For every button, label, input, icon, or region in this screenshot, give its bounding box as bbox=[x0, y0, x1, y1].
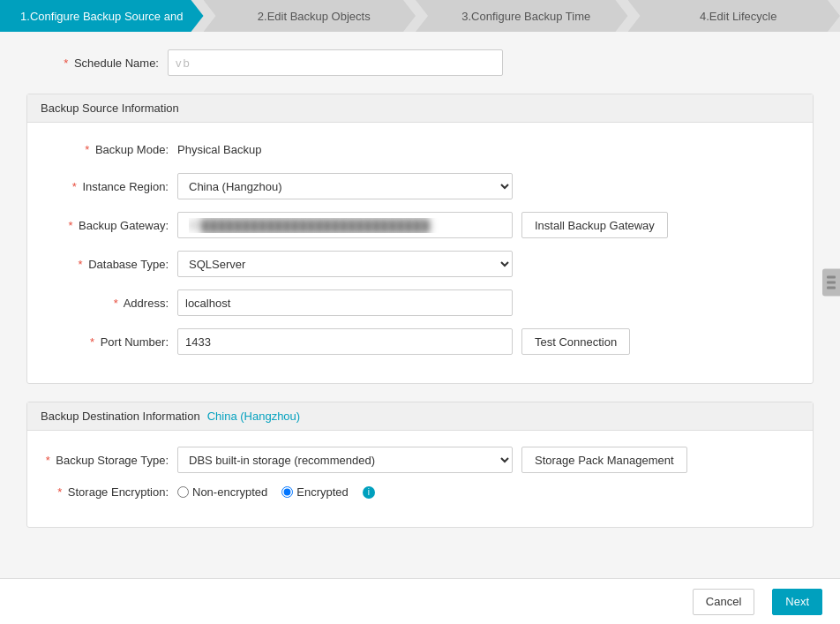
step1-label: 1.Configure Backup Source and bbox=[20, 10, 183, 23]
side-feedback-icon[interactable] bbox=[822, 269, 840, 297]
backup-destination-header: Backup Destination Information China (Ha… bbox=[27, 402, 813, 431]
step3-label: 3.Configure Backup Time bbox=[461, 10, 590, 23]
storage-encryption-options: Non-encrypted Encrypted i bbox=[177, 485, 375, 499]
non-encrypted-radio[interactable] bbox=[177, 486, 189, 498]
backup-gateway-label: * Backup Gateway: bbox=[36, 219, 177, 232]
backup-destination-body: * Backup Storage Type: DBS built-in stor… bbox=[27, 431, 813, 527]
schedule-name-row: * Schedule Name: bbox=[26, 49, 814, 76]
database-type-select[interactable]: SQLServer MySQL Oracle bbox=[177, 251, 513, 277]
database-type-label: * Database Type: bbox=[36, 258, 177, 271]
backup-mode-label: * Backup Mode: bbox=[36, 143, 177, 156]
next-button[interactable]: Next bbox=[772, 589, 822, 615]
instance-region-row: * Instance Region: China (Hangzhou) Chin… bbox=[36, 173, 804, 199]
main-content: * Schedule Name: Backup Source Informati… bbox=[0, 32, 840, 578]
address-label: * Address: bbox=[36, 297, 177, 310]
step2-label: 2.Edit Backup Objects bbox=[258, 10, 371, 23]
port-number-row: * Port Number: Test Connection bbox=[36, 328, 804, 355]
test-connection-button[interactable]: Test Connection bbox=[521, 328, 630, 355]
schedule-name-label: * Schedule Name: bbox=[26, 56, 168, 70]
cancel-button[interactable]: Cancel bbox=[693, 589, 754, 615]
side-icon-dot2 bbox=[827, 282, 836, 284]
schedule-name-input[interactable] bbox=[168, 49, 503, 76]
wizard-step-3[interactable]: 3.Configure Backup Time bbox=[416, 0, 628, 32]
wizard-steps: 1.Configure Backup Source and 2.Edit Bac… bbox=[0, 0, 840, 32]
storage-pack-management-button[interactable]: Storage Pack Management bbox=[521, 447, 687, 473]
instance-region-select[interactable]: China (Hangzhou) China (Shanghai) China … bbox=[177, 173, 513, 199]
side-icon-dot3 bbox=[827, 287, 836, 289]
backup-mode-row: * Backup Mode: Physical Backup bbox=[36, 139, 804, 161]
port-number-input[interactable] bbox=[177, 328, 513, 355]
install-gateway-button[interactable]: Install Backup Gateway bbox=[521, 212, 668, 238]
backup-source-title: Backup Source Information bbox=[41, 101, 179, 115]
backup-gateway-select[interactable]: 57████████████████████████████ bbox=[177, 212, 513, 238]
storage-encryption-label: * Storage Encryption: bbox=[36, 485, 177, 499]
wizard-step-4[interactable]: 4.Edit Lifecycle bbox=[628, 0, 841, 32]
port-number-label: * Port Number: bbox=[36, 335, 177, 349]
non-encrypted-label: Non-encrypted bbox=[192, 485, 267, 499]
backup-storage-type-row: * Backup Storage Type: DBS built-in stor… bbox=[36, 447, 804, 473]
backup-source-header: Backup Source Information bbox=[27, 94, 813, 123]
wizard-step-1[interactable]: 1.Configure Backup Source and bbox=[0, 0, 204, 32]
side-icon-dot1 bbox=[827, 276, 836, 279]
backup-destination-section: Backup Destination Information China (Ha… bbox=[26, 402, 814, 528]
non-encrypted-option[interactable]: Non-encrypted bbox=[177, 485, 267, 499]
wizard-step-2[interactable]: 2.Edit Backup Objects bbox=[204, 0, 416, 32]
backup-storage-type-select[interactable]: DBS built-in storage (recommended) OSS bbox=[177, 447, 513, 473]
backup-source-body: * Backup Mode: Physical Backup * Instanc… bbox=[27, 123, 813, 383]
footer: Cancel Next bbox=[0, 578, 840, 624]
backup-destination-title: Backup Destination Information bbox=[41, 410, 200, 423]
backup-source-section: Backup Source Information * Backup Mode:… bbox=[26, 94, 814, 384]
encrypted-radio[interactable] bbox=[281, 486, 293, 498]
instance-region-label: * Instance Region: bbox=[36, 180, 177, 193]
backup-storage-type-label: * Backup Storage Type: bbox=[36, 454, 177, 467]
storage-encryption-row: * Storage Encryption: Non-encrypted Encr… bbox=[36, 485, 804, 499]
backup-mode-value: Physical Backup bbox=[177, 139, 261, 161]
backup-destination-badge: China (Hangzhou) bbox=[207, 410, 301, 423]
backup-gateway-row: * Backup Gateway: 57████████████████████… bbox=[36, 212, 804, 238]
database-type-row: * Database Type: SQLServer MySQL Oracle bbox=[36, 251, 804, 277]
address-input[interactable] bbox=[177, 289, 513, 316]
encryption-info-icon[interactable]: i bbox=[363, 486, 375, 499]
step4-label: 4.Edit Lifecycle bbox=[700, 10, 776, 23]
encrypted-option[interactable]: Encrypted bbox=[281, 485, 349, 499]
encrypted-label: Encrypted bbox=[296, 485, 349, 499]
address-row: * Address: bbox=[36, 289, 804, 316]
required-star: * bbox=[64, 56, 68, 70]
